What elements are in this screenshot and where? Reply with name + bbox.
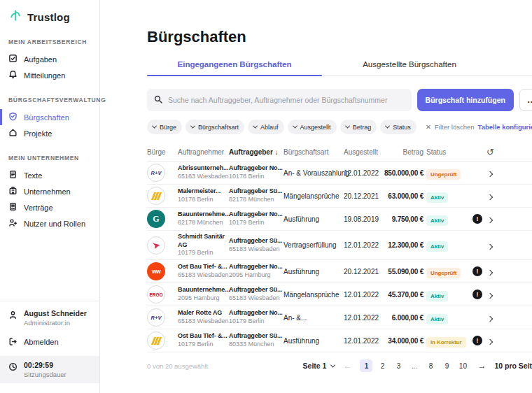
cell-status: Aktiv [426, 311, 471, 324]
row-open-button[interactable] [484, 288, 497, 301]
table-row[interactable]: R+VMaler Rotte AG65183 WiesbadenAuftragg… [147, 306, 532, 329]
next-page-button[interactable]: → [477, 361, 486, 371]
guarantor-logo-schmidt [147, 236, 165, 255]
info-alert-icon[interactable]: ! [472, 290, 482, 299]
tasks-icon [8, 54, 18, 64]
tab-eingegangene-buergschaften[interactable]: Eingegangenen Bürgschaften [147, 60, 322, 76]
table-row[interactable]: Schmidt Sanitär AG10179 BerlinAuftraggeb… [147, 231, 532, 260]
row-open-button[interactable] [484, 334, 497, 347]
table-row[interactable]: GBauunternehme...82178 MünchenAuftraggeb… [147, 208, 532, 231]
cell-issued: 12.01.2022 [344, 337, 383, 345]
status-badge: Ungeprüft [426, 268, 461, 278]
status-badge: In Korrektur [426, 337, 466, 348]
col-auftraggeber-sorted[interactable]: Auftraggeber ↓ [229, 148, 284, 156]
sidebar-item-texte[interactable]: Texte [0, 167, 99, 183]
search-box[interactable] [147, 89, 412, 111]
table-row[interactable]: ERGOBauunternehme...2095 HamburgAuftragg… [147, 283, 532, 306]
sidebar-item-aufgaben[interactable]: Aufgaben [0, 51, 99, 67]
history-icon[interactable]: ↺ [484, 147, 497, 157]
col-buerge[interactable]: Bürge [147, 148, 178, 156]
contract-icon [8, 202, 18, 213]
chevron-right-icon [487, 194, 493, 200]
more-options-button[interactable]: ... [519, 89, 532, 111]
cell-client-name: Auftraggeber Sü... [229, 286, 284, 294]
filter-chip-label: Bürge [160, 124, 176, 131]
page-button-3[interactable]: 3 [392, 359, 405, 372]
info-alert-icon[interactable]: ! [472, 214, 482, 224]
status-badge: Aktiv [426, 215, 448, 226]
col-buergschaftsart[interactable]: Bürgschaftsart [284, 148, 344, 156]
guarantor-logo-gothaer: G [147, 210, 165, 228]
session-label: Sitzungsdauer [24, 371, 66, 378]
page-button-1[interactable]: 1 [360, 359, 372, 372]
page-button-2[interactable]: 2 [376, 359, 388, 372]
cell-issued: 12.01.2022 [344, 314, 383, 322]
page-select-dropdown[interactable]: Seite 1 [303, 362, 335, 370]
document-icon [8, 170, 18, 180]
col-auftragnehmer[interactable]: Auftragnehmer [178, 148, 229, 156]
sidebar-item-mitteilungen[interactable]: Mitteilungen [0, 67, 99, 83]
cell-info: ! [471, 290, 484, 299]
page-button-9[interactable]: 9 [440, 359, 453, 372]
row-open-button[interactable] [484, 190, 497, 202]
tab-ausgestellte-buergschaften[interactable]: Ausgestellte Bürgschaften [322, 60, 497, 76]
search-input[interactable] [168, 96, 405, 104]
chevron-down-icon [345, 124, 350, 129]
cell-amount: 63.000,00 € [383, 192, 426, 200]
sidebar-item-nutzer-rollen[interactable]: Nutzer und Rollen [0, 215, 99, 231]
filter-chip-ausgestellt[interactable]: Ausgestellt [288, 120, 337, 134]
sidebar-item-unternehmen[interactable]: Unternehmen [0, 183, 99, 199]
cell-status: Aktiv [426, 190, 471, 203]
cell-contractor-name: Bauunternehme... [178, 286, 229, 294]
prev-page-button[interactable]: ← [343, 361, 351, 371]
guarantor-logo-ergo: ERGO [147, 285, 165, 303]
col-ausgestellt[interactable]: Ausgestellt [344, 148, 383, 156]
col-status[interactable]: Status [426, 148, 471, 156]
cell-status: Aktiv [426, 213, 471, 226]
user-plus-icon [8, 218, 18, 229]
filter-chip-label: Status [393, 124, 411, 131]
filter-chip-bürge[interactable]: Bürge [147, 120, 182, 134]
table-row[interactable]: Malermeister...10178 BerlinAuftraggeber … [147, 185, 532, 208]
sidebar-item-buergschaften[interactable]: Bürgschaften [0, 109, 99, 125]
brand-logo[interactable]: Trustlog [0, 8, 99, 25]
cell-client-city: 65183 Wiesbaden [229, 294, 284, 303]
sort-desc-icon: ↓ [275, 148, 279, 156]
session-time: 00:29:59 [24, 361, 66, 369]
row-open-button[interactable] [484, 166, 497, 179]
sidebar-item-projekte[interactable]: Projekte [0, 125, 99, 141]
col-betrag[interactable]: Betrag [383, 148, 426, 156]
row-open-button[interactable] [484, 239, 497, 252]
info-alert-icon[interactable]: ! [472, 266, 482, 276]
current-user[interactable]: August Schneider Administrator:in [0, 308, 99, 328]
row-open-button[interactable] [484, 311, 497, 324]
table-header-row: Bürge Auftragnehmer Auftraggeber ↓ Bürgs… [147, 143, 532, 162]
filter-chip-bürgschaftsart[interactable]: Bürgschaftsart [186, 120, 244, 134]
filter-chip-status[interactable]: Status [380, 120, 416, 134]
cell-client: Auftraggeber No...10178 Berlin [229, 164, 284, 180]
cell-contractor-name: Malermeister... [178, 187, 229, 196]
filter-chip-betrag[interactable]: Betrag [340, 120, 377, 134]
row-open-button[interactable] [484, 265, 497, 278]
configure-table-link[interactable]: Tabelle konfigurieren [478, 123, 532, 131]
cell-type: An- & Vorauszahlung [284, 169, 344, 177]
clear-filters-button[interactable]: ✕ Filter löschen [426, 123, 475, 131]
add-guarantee-button[interactable]: Bürgschaft hinzufügen [417, 89, 514, 111]
per-page-dropdown[interactable]: 10 pro Seite [494, 362, 532, 370]
sidebar-item-vertraege[interactable]: Verträge [0, 199, 99, 215]
guarantor-logo-ww: ww [147, 262, 165, 280]
table-row[interactable]: Ost Bau Tief- &...10179 BerlinAuftraggeb… [147, 329, 532, 352]
table-row[interactable]: R+VAbrissunterneh...65183 WiesbadenAuftr… [147, 162, 532, 185]
logout-button[interactable]: Abmelden [0, 334, 99, 350]
table-row[interactable]: wwOst Bau Tief- &...65183 WiesbadenAuftr… [147, 260, 532, 283]
sidebar-item-label: Nutzer und Rollen [24, 220, 85, 228]
info-alert-icon[interactable]: ! [472, 336, 482, 345]
row-open-button[interactable] [484, 213, 497, 225]
cell-client-name: Auftraggeber No... [229, 309, 284, 317]
cell-contractor: Schmidt Sanitär AG10179 Berlin [178, 233, 229, 257]
filter-chip-ablauf[interactable]: Ablauf [248, 120, 284, 134]
main-content: Bürgschaften Eingegangenen Bürgschaften … [100, 0, 532, 393]
page-button-10[interactable]: 10 [456, 359, 469, 372]
brand-name: Trustlog [27, 11, 70, 23]
page-button-8[interactable]: 8 [424, 359, 437, 372]
